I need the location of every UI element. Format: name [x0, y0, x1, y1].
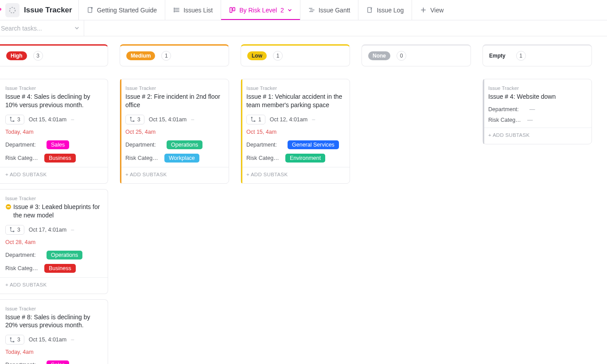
card-title: Issue # 2: Fire incident in 2nd floor of… — [125, 93, 223, 109]
tab-add-view[interactable]: View — [412, 0, 451, 20]
svg-point-23 — [10, 337, 11, 338]
risk-label: Risk Categ… — [125, 155, 161, 161]
svg-rect-20 — [7, 206, 10, 207]
subtask-chip[interactable]: 3 — [5, 115, 24, 124]
card-source: Issue Tracker — [5, 85, 102, 91]
card-source: Issue Tracker — [5, 196, 102, 201]
column-header[interactable]: Empty1 — [482, 44, 592, 66]
subtask-chip[interactable]: 3 — [5, 335, 24, 345]
subtask-chip[interactable]: 3 — [5, 225, 24, 235]
add-subtask-button[interactable]: + ADD SUBTASK — [488, 128, 586, 141]
risk-label: Risk Categ… — [5, 265, 41, 271]
add-subtask-button[interactable]: + ADD SUBTASK — [5, 278, 102, 291]
kanban-board: High3Issue TrackerIssue # 4: Sales is de… — [0, 36, 607, 364]
date-end: Today, 4am — [5, 349, 34, 355]
department-label: Department: — [5, 252, 43, 258]
department-row: Department:Sales — [5, 140, 102, 149]
risk-row: Risk Categ…Business — [5, 154, 102, 163]
svg-point-22 — [13, 231, 14, 232]
svg-rect-14 — [368, 8, 371, 12]
doc-pin-icon — [87, 7, 93, 13]
column-header[interactable]: Medium1 — [120, 44, 229, 66]
tab-label: View — [430, 7, 444, 14]
svg-point-2 — [91, 7, 93, 9]
column-pill: High — [6, 51, 27, 60]
issue-card[interactable]: Issue TrackerIssue # 3: Leaked blueprint… — [0, 189, 108, 294]
search-input[interactable] — [1, 25, 72, 32]
date-end: Today, 4am — [5, 129, 34, 135]
column-medium: Medium1Issue TrackerIssue # 2: Fire inci… — [120, 44, 229, 184]
issue-card[interactable]: Issue TrackerIssue # 4: Website downDepa… — [482, 79, 592, 144]
department-tag[interactable]: Operations — [167, 140, 202, 149]
date-dash: – — [312, 116, 315, 123]
issue-card[interactable]: Issue TrackerIssue # 2: Fire incident in… — [120, 79, 229, 184]
add-subtask-button[interactable]: + ADD SUBTASK — [246, 167, 344, 181]
date-dash: – — [71, 116, 74, 123]
issue-card[interactable]: Issue TrackerIssue # 4: Sales is declini… — [0, 79, 108, 184]
column-count: 1 — [161, 51, 171, 61]
card-title: Issue # 4: Sales is declining by 10% ver… — [5, 93, 102, 109]
department-label: Department: — [488, 106, 526, 112]
column-header[interactable]: Low1 — [241, 44, 350, 66]
svg-point-25 — [130, 117, 131, 118]
tab-label: Issue Log — [377, 7, 404, 14]
date-start: Oct 12, 4:01am — [270, 116, 307, 123]
issue-card[interactable]: Issue TrackerIssue # 8: Sales is declini… — [0, 299, 108, 364]
column-header[interactable]: High3 — [0, 44, 108, 66]
issue-card[interactable]: Issue TrackerIssue # 1: Vehicular accide… — [241, 79, 350, 184]
tab-badge: 2 — [280, 7, 284, 14]
department-empty[interactable]: — — [529, 106, 535, 112]
date-start: Oct 15, 4:01am — [29, 337, 66, 343]
column-count: 1 — [516, 51, 526, 61]
card-accent — [483, 79, 484, 144]
department-tag[interactable]: Operations — [47, 251, 82, 259]
chevron-down-icon[interactable] — [74, 26, 79, 31]
cards-list: Issue TrackerIssue # 4: Website downDepa… — [482, 79, 592, 144]
tab-issue-log[interactable]: Issue Log — [358, 0, 412, 20]
department-row: Department:Operations — [5, 251, 102, 259]
date-end: Oct 28, 4am — [5, 239, 35, 245]
cards-list: Issue TrackerIssue # 1: Vehicular accide… — [241, 79, 350, 184]
risk-tag[interactable]: Environment — [285, 154, 325, 163]
card-title: Issue # 3: Leaked blueprints for the new… — [5, 203, 102, 220]
risk-empty[interactable]: — — [527, 117, 533, 123]
risk-tag[interactable]: Business — [44, 264, 76, 273]
date-dash: – — [71, 227, 74, 233]
column-pill: Medium — [126, 51, 155, 60]
risk-tag[interactable]: Business — [44, 154, 76, 163]
department-tag[interactable]: General Services — [288, 140, 339, 149]
column-pill: Empty — [489, 51, 510, 60]
view-tabs: Getting Started Guide Issues List By Ris… — [79, 0, 452, 20]
date-start: Oct 17, 4:01am — [29, 227, 66, 233]
department-tag[interactable]: Sales — [47, 360, 69, 364]
add-subtask-button[interactable]: + ADD SUBTASK — [125, 167, 223, 181]
column-high: High3Issue TrackerIssue # 4: Sales is de… — [0, 44, 108, 364]
search-wrap[interactable] — [0, 20, 84, 36]
cards-list: Issue TrackerIssue # 4: Sales is declini… — [0, 79, 108, 364]
risk-tag[interactable]: Workplace — [164, 154, 199, 163]
column-pill: Low — [247, 51, 267, 60]
minus-circle-icon — [5, 204, 12, 210]
svg-point-26 — [133, 121, 134, 122]
date-end: Oct 15, 4am — [246, 129, 276, 135]
column-header[interactable]: None0 — [362, 44, 471, 66]
tab-issue-gantt[interactable]: Issue Gantt — [300, 0, 359, 20]
risk-row: Risk Categ…Business — [5, 264, 102, 273]
card-source: Issue Tracker — [488, 85, 586, 91]
date-dash: – — [191, 116, 194, 123]
tab-label: Getting Started Guide — [97, 7, 157, 14]
board-icon — [229, 7, 236, 13]
risk-label: Risk Categ… — [5, 155, 41, 161]
tab-label: Issues List — [183, 7, 213, 14]
subtask-chip[interactable]: 3 — [125, 115, 144, 124]
department-tag[interactable]: Sales — [47, 140, 69, 149]
add-subtask-button[interactable]: + ADD SUBTASK — [5, 167, 102, 181]
top-bar: Issue Tracker Getting Started Guide Issu… — [0, 0, 607, 20]
tab-getting-started[interactable]: Getting Started Guide — [79, 0, 165, 20]
subtask-chip[interactable]: 1 — [246, 115, 265, 124]
svg-point-7 — [174, 10, 175, 11]
list-logo[interactable] — [5, 3, 19, 17]
tab-issues-list[interactable]: Issues List — [165, 0, 221, 20]
svg-point-8 — [174, 12, 175, 12]
tab-by-risk-level[interactable]: By Risk Level 2 — [221, 0, 300, 20]
